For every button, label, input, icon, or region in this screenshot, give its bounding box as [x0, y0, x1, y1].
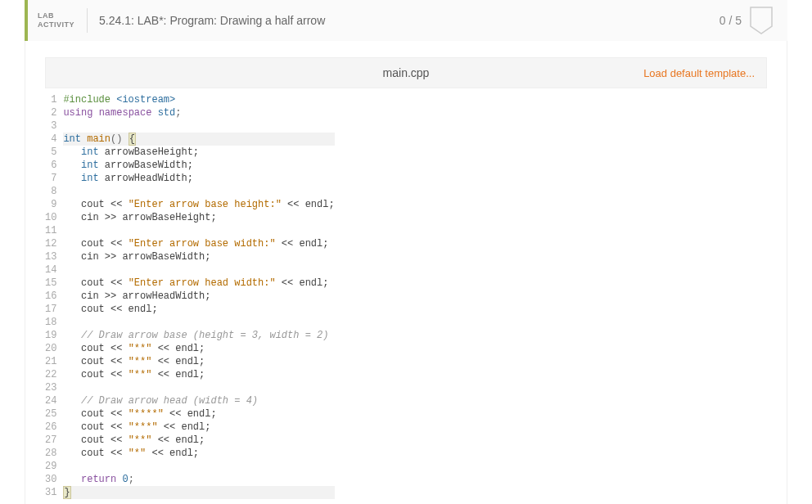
code-line[interactable]: cout << "*" << endl;	[63, 447, 334, 460]
line-number: 4	[45, 133, 56, 146]
code-line[interactable]	[63, 119, 334, 133]
line-number: 5	[45, 146, 56, 159]
code-line[interactable]: return 0;	[63, 473, 334, 486]
code-editor[interactable]: 1234567891011121314151617181920212223242…	[45, 93, 767, 499]
line-number: 29	[45, 460, 56, 473]
code-line[interactable]	[63, 185, 334, 198]
line-number: 7	[45, 172, 56, 185]
line-number: 1	[45, 93, 56, 106]
code-line[interactable]	[63, 263, 334, 277]
line-number: 30	[45, 473, 56, 486]
code-line[interactable]: cin >> arrowBaseWidth;	[63, 250, 334, 263]
line-number: 28	[45, 447, 56, 460]
line-number: 3	[45, 119, 56, 133]
line-number: 11	[45, 224, 56, 237]
line-number: 6	[45, 159, 56, 172]
line-number: 12	[45, 237, 56, 250]
code-line[interactable]: cout << "**" << endl;	[63, 342, 334, 355]
line-number: 26	[45, 421, 56, 434]
line-number: 19	[45, 329, 56, 342]
code-line[interactable]: // Draw arrow head (width = 4)	[63, 394, 334, 407]
code-line[interactable]: cin >> arrowHeadWidth;	[63, 290, 334, 303]
line-number: 22	[45, 368, 56, 381]
code-line[interactable]: }	[63, 486, 334, 499]
line-number: 13	[45, 250, 56, 263]
code-line[interactable]: cout << endl;	[63, 303, 334, 316]
code-line[interactable]: cin >> arrowBaseHeight;	[63, 211, 334, 224]
line-number: 8	[45, 185, 56, 198]
line-number: 21	[45, 355, 56, 368]
code-line[interactable]: using namespace std;	[63, 106, 334, 119]
line-number: 23	[45, 381, 56, 394]
line-number: 14	[45, 263, 56, 277]
content-wrap: main.cpp Load default template... 123456…	[25, 41, 787, 504]
code-line[interactable]: cout << "****" << endl;	[63, 407, 334, 421]
lab-tag-line1: LAB	[38, 11, 77, 20]
lab-tag-line2: ACTIVITY	[38, 20, 77, 29]
line-number: 24	[45, 394, 56, 407]
code-line[interactable]: int main() {	[63, 133, 334, 146]
lab-container: LAB ACTIVITY 5.24.1: LAB*: Program: Draw…	[25, 0, 787, 504]
line-number: 20	[45, 342, 56, 355]
line-number: 10	[45, 211, 56, 224]
line-number: 9	[45, 198, 56, 211]
code-line[interactable]: cout << "**" << endl;	[63, 434, 334, 447]
shield-icon	[750, 7, 773, 34]
load-default-template-link[interactable]: Load default template...	[429, 67, 755, 79]
code-line[interactable]: cout << "**" << endl;	[63, 355, 334, 368]
line-number: 25	[45, 407, 56, 421]
code-line[interactable]: cout << "Enter arrow base width:" << end…	[63, 237, 334, 250]
lab-tag: LAB ACTIVITY	[28, 11, 87, 29]
code-line[interactable]	[63, 460, 334, 473]
code-line[interactable]: cout << "Enter arrow head width:" << end…	[63, 277, 334, 290]
lab-header: LAB ACTIVITY 5.24.1: LAB*: Program: Draw…	[25, 0, 787, 41]
code-line[interactable]: cout << "***" << endl;	[63, 421, 334, 434]
line-number: 2	[45, 106, 56, 119]
file-name: main.cpp	[383, 66, 430, 79]
line-number: 15	[45, 277, 56, 290]
line-number: 17	[45, 303, 56, 316]
code-line[interactable]: #include <iostream>	[63, 93, 334, 106]
line-number: 31	[45, 486, 56, 499]
line-number: 18	[45, 316, 56, 329]
code-line[interactable]: int arrowBaseHeight;	[63, 146, 334, 159]
code-line[interactable]: int arrowBaseWidth;	[63, 159, 334, 172]
code-line[interactable]: cout << "Enter arrow base height:" << en…	[63, 198, 334, 211]
line-number: 27	[45, 434, 56, 447]
score-display: 0 / 5	[720, 14, 750, 27]
code-line[interactable]: cout << "**" << endl;	[63, 368, 334, 381]
file-bar: main.cpp Load default template...	[45, 57, 767, 88]
code-line[interactable]: // Draw arrow base (height = 3, width = …	[63, 329, 334, 342]
code-line[interactable]	[63, 381, 334, 394]
code-content[interactable]: #include <iostream>using namespace std; …	[63, 93, 334, 499]
lab-title: 5.24.1: LAB*: Program: Drawing a half ar…	[88, 14, 720, 27]
line-number: 16	[45, 290, 56, 303]
line-number-gutter: 1234567891011121314151617181920212223242…	[45, 93, 63, 499]
code-line[interactable]: int arrowHeadWidth;	[63, 172, 334, 185]
code-line[interactable]	[63, 316, 334, 329]
code-line[interactable]	[63, 224, 334, 237]
